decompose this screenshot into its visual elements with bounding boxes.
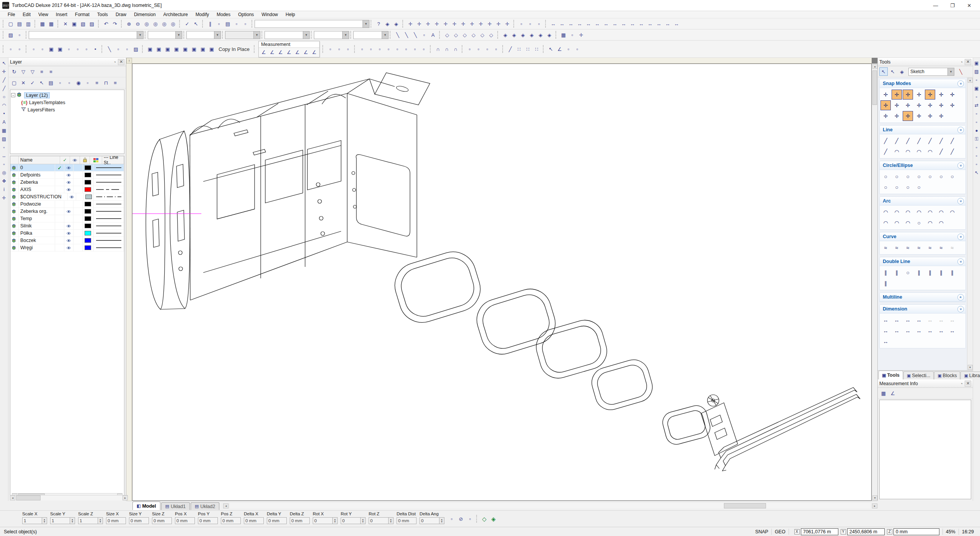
paste-icon[interactable]: ▧	[79, 20, 87, 28]
slice-tool-icon[interactable]: ▫	[474, 45, 483, 53]
layer-active-check[interactable]: ✓	[55, 164, 64, 171]
vscroll-thumb[interactable]	[872, 70, 877, 105]
layer-color-swatch[interactable]	[83, 186, 94, 193]
field-input[interactable]: 0 mm	[129, 517, 149, 524]
column-visible-header[interactable]	[70, 156, 80, 164]
curve-fit-icon[interactable]: ≈	[903, 243, 913, 253]
layer-row[interactable]: 0✓	[10, 164, 124, 172]
line-polygon-icon[interactable]: ╱	[903, 136, 913, 146]
layer-active-check[interactable]	[55, 244, 64, 251]
layer-active-check[interactable]	[55, 186, 64, 193]
sketch-style-combobox[interactable]: Sketch▾	[908, 68, 954, 76]
flatten-tool-icon[interactable]: ▫	[215, 20, 223, 28]
arc-elliptical-icon[interactable]: ◠	[947, 207, 957, 217]
layer-color-swatch[interactable]	[83, 172, 94, 178]
snap-intersection-icon[interactable]: ✛	[880, 100, 891, 110]
facet-tool-icon[interactable]: ▫	[466, 45, 474, 53]
grid-copy-icon[interactable]: ▣	[181, 45, 189, 53]
twist-tool-icon[interactable]: ▫	[492, 45, 500, 53]
select-rect-icon[interactable]: ↖	[973, 169, 980, 176]
render-object-icon[interactable]: ▫	[973, 118, 980, 126]
dim-angular-t-icon[interactable]: ↔	[611, 20, 619, 28]
snap-tangent-t-icon[interactable]: ✛	[468, 20, 476, 28]
table-tool-icon[interactable]: ▦	[0, 127, 8, 134]
chevron-up-icon[interactable]: «	[957, 306, 964, 312]
layer-visible-toggle[interactable]	[64, 164, 74, 171]
select-arrow-icon[interactable]: ↖	[879, 67, 888, 76]
spinner[interactable]: ▲▼	[42, 517, 47, 524]
dim-continue-icon[interactable]: ↔	[936, 315, 946, 325]
scroll-up-icon[interactable]: ▴	[968, 78, 973, 83]
ruler-origin-icon[interactable]: ↑	[126, 58, 132, 64]
chevron-up-icon[interactable]: «	[957, 258, 964, 265]
array-copy-icon[interactable]: ▣	[155, 45, 163, 53]
layer-visible-toggle[interactable]	[64, 208, 74, 215]
column-lock-header[interactable]	[80, 156, 90, 164]
layer-lock-toggle[interactable]	[76, 193, 84, 200]
node-edit-icon[interactable]: ✛	[0, 68, 8, 75]
zoom-tool-icon[interactable]: ◎	[0, 169, 8, 176]
line-irregular-polygon-icon[interactable]: ╱	[914, 136, 924, 146]
align-objects-icon[interactable]: ▫	[82, 45, 91, 53]
snap-grid-icon[interactable]: ✛	[892, 100, 902, 110]
layer-states-icon[interactable]: ≡	[38, 67, 46, 76]
workplane-facet-icon[interactable]: ◇	[480, 515, 488, 523]
snap-indicator[interactable]: SNAP	[755, 529, 768, 534]
pen-tool-icon[interactable]: ╲	[105, 45, 114, 53]
dim-diameter-t-icon[interactable]: ↔	[628, 20, 637, 28]
snap-nearest-t-icon[interactable]: ✛	[441, 20, 450, 28]
canvas-paper[interactable]	[132, 64, 872, 501]
chevron-down-icon[interactable]: ▾	[342, 31, 349, 39]
context-help-icon[interactable]: ?	[374, 20, 383, 28]
spinner[interactable]: ▲▼	[70, 517, 75, 524]
chamfer-tool-icon[interactable]: ▫	[358, 45, 366, 53]
layer-lock-toggle[interactable]	[74, 208, 83, 215]
paint-tool-icon[interactable]: ▨	[132, 45, 140, 53]
pen-color-icon[interactable]: ╲	[394, 31, 402, 39]
dim-incremental-icon[interactable]: ↔	[947, 315, 957, 325]
chevron-down-icon[interactable]: ▾	[253, 31, 260, 39]
section-header[interactable]: Circle/Ellipse«	[880, 161, 965, 170]
zoom-window-icon[interactable]: ◎	[142, 20, 151, 28]
measure-clear-icon[interactable]: ∠	[889, 389, 897, 397]
selection-info-icon[interactable]: ↖	[192, 20, 200, 28]
link-tool-icon[interactable]: ▫	[973, 160, 980, 168]
back-view-icon[interactable]: ◈	[383, 20, 392, 28]
view-front-icon[interactable]: ◈	[510, 31, 518, 39]
cut-icon[interactable]: ✕	[61, 20, 70, 28]
copy-matrix-icon[interactable]: ▣	[973, 85, 980, 92]
chevron-down-icon[interactable]: ▾	[137, 31, 143, 39]
save-file-icon[interactable]: ▥	[24, 20, 33, 28]
menu-format[interactable]: Format	[71, 11, 93, 18]
chevron-up-icon[interactable]: «	[957, 198, 964, 204]
field-input[interactable]: 1	[22, 517, 42, 524]
circle-3point-icon[interactable]: ○	[936, 172, 946, 181]
line-rotated-rectangle-icon[interactable]: ╱	[936, 136, 946, 146]
scroll-tabs-left-icon[interactable]: ◂	[223, 503, 229, 508]
pin-icon[interactable]: ◔	[111, 59, 118, 65]
layer-tree-item[interactable]: LayersFilters	[11, 106, 123, 113]
snap-aperture-t-icon[interactable]: ✛	[503, 20, 511, 28]
snap-solid-center-icon[interactable]: ✛	[936, 90, 946, 100]
layer-linestyle[interactable]	[94, 164, 124, 171]
modify-tool-icon[interactable]: ▫	[0, 160, 8, 168]
redline-tool-icon[interactable]: ∥	[206, 20, 214, 28]
snap-angle-icon[interactable]: ✛	[925, 111, 935, 121]
dim-multileader-t-icon[interactable]: ↔	[646, 20, 654, 28]
filter-list-icon[interactable]: ▽	[19, 67, 28, 76]
dim-edit-t-icon[interactable]: ↔	[663, 20, 672, 28]
close-icon[interactable]: ✕	[118, 59, 124, 65]
chevron-down-icon[interactable]: ▾	[303, 31, 309, 39]
layer-lock-toggle[interactable]	[74, 186, 83, 193]
coord-polar-icon[interactable]: ▫	[535, 20, 543, 28]
menu-window[interactable]: Window	[258, 11, 282, 18]
circle-double-point-icon[interactable]: ○	[903, 172, 913, 181]
sheet-tab-model[interactable]: ◧Model	[132, 502, 160, 510]
snap-arc-center-icon[interactable]: ✛	[925, 90, 935, 100]
render-scene-icon[interactable]: ▫	[232, 20, 241, 28]
layer-visible-toggle[interactable]	[64, 201, 74, 208]
shrink-tool-icon[interactable]: ▫	[384, 45, 393, 53]
measurement-palette-title[interactable]: Measurement	[259, 41, 319, 48]
fit-copy-icon[interactable]: ▣	[190, 45, 198, 53]
grid-toggle-icon[interactable]: ▦	[559, 31, 568, 39]
